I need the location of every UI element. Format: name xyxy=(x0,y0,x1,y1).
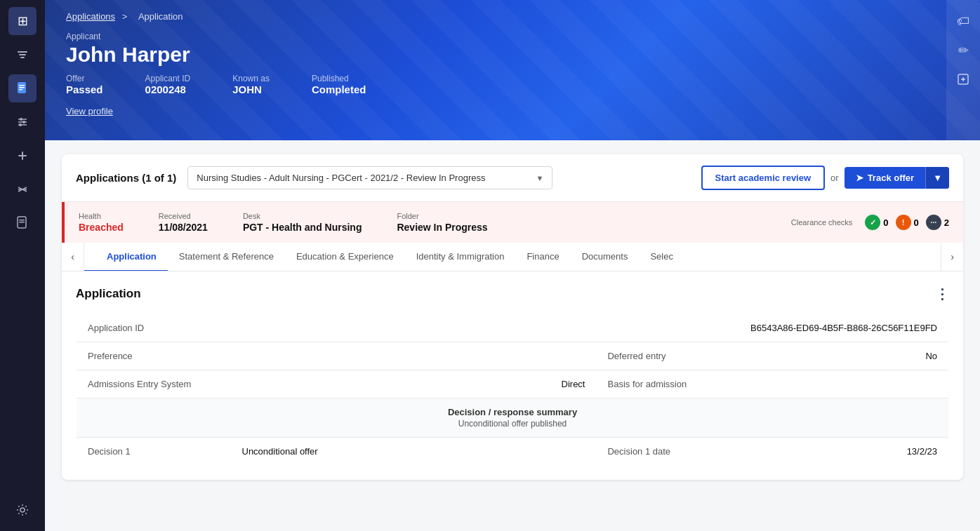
sidebar-icon-sliders[interactable] xyxy=(8,108,37,136)
svg-point-8 xyxy=(20,118,22,121)
status-row: Health Breached Received 11/08/2021 Desk… xyxy=(62,202,963,243)
clearance-label: Clearance checks xyxy=(791,218,852,227)
application-section: Application ⋮ Application ID B6543A86-ED… xyxy=(62,271,963,480)
offer-label: Offer xyxy=(66,74,103,83)
clearance-checks: Clearance checks ✓ 0 ! 0 ··· 2 xyxy=(791,215,949,230)
content-area: Applications (1 of 1) Nursing Studies - … xyxy=(45,140,980,531)
status-folder: Folder Review In Progress xyxy=(397,212,487,233)
sidebar-icon-document[interactable] xyxy=(8,74,37,102)
info-table: Application ID B6543A86-ED69-4B5F-B868-2… xyxy=(76,314,949,466)
clearance-more-icon: ··· xyxy=(926,215,941,230)
svg-point-19 xyxy=(20,508,25,512)
tab-application[interactable]: Application xyxy=(73,243,168,271)
app-id-label: Application ID xyxy=(77,314,231,342)
tab-scroll-left[interactable]: ‹ xyxy=(62,243,84,271)
sidebar-icon-grid[interactable]: ⊞ xyxy=(8,7,37,35)
tab-selec[interactable]: Selec xyxy=(639,243,684,271)
app-selector-dropdown[interactable]: Nursing Studies - Adult Nursing - PGCert… xyxy=(187,166,552,189)
view-profile-link[interactable]: View profile xyxy=(66,106,113,116)
preference-value xyxy=(231,342,597,370)
table-row-app-id: Application ID B6543A86-ED69-4B5F-B868-2… xyxy=(77,314,949,342)
app-id-value: B6543A86-ED69-4B5F-B868-26C56F11E9FD xyxy=(231,314,949,342)
meta-offer: Offer Passed xyxy=(66,74,103,95)
breadcrumb: Applications > Application xyxy=(66,11,959,22)
or-text: or xyxy=(830,173,839,183)
tab-identity[interactable]: Identity & Immigration xyxy=(405,243,516,271)
applications-card: Applications (1 of 1) Nursing Studies - … xyxy=(62,154,963,480)
track-offer-main[interactable]: ➤ Track offer xyxy=(845,167,925,189)
folder-value: Review In Progress xyxy=(397,222,487,233)
applicant-label: Applicant xyxy=(66,32,959,41)
admissions-label: Admissions Entry System xyxy=(77,370,231,398)
preference-label: Preference xyxy=(77,342,231,370)
svg-rect-6 xyxy=(19,89,22,90)
deferred-entry-label: Deferred entry xyxy=(596,342,750,370)
sidebar-icon-plus[interactable] xyxy=(8,142,37,170)
status-health: Health Breached xyxy=(79,212,124,233)
published-label: Published xyxy=(312,74,366,83)
clearance-badge-1: ✓ 0 xyxy=(865,215,888,230)
header-banner: Applications > Application Applicant Joh… xyxy=(45,0,980,140)
basis-value xyxy=(750,370,948,398)
desk-value: PGT - Health and Nursing xyxy=(243,222,362,233)
tab-documents[interactable]: Documents xyxy=(571,243,640,271)
actions-area: Start academic review or ➤ Track offer ▼ xyxy=(701,166,950,190)
known-as-value: JOHN xyxy=(232,83,270,95)
svg-rect-2 xyxy=(20,57,25,58)
sidebar-icon-merge[interactable] xyxy=(8,175,37,203)
clearance-badge-2: ! 0 xyxy=(896,215,919,230)
tab-education[interactable]: Education & Experience xyxy=(285,243,405,271)
apps-title: Applications (1 of 1) xyxy=(76,172,176,184)
decision-summary-sub: Unconditional offer published xyxy=(88,419,937,429)
received-label: Received xyxy=(159,212,208,220)
breadcrumb-applications-link[interactable]: Applications xyxy=(66,11,115,22)
header-meta: Offer Passed Applicant ID 0200248 Known … xyxy=(66,74,959,95)
meta-published: Published Completed xyxy=(312,74,366,95)
received-value: 11/08/2021 xyxy=(159,222,208,233)
decision1-value: Unconditional offer xyxy=(231,438,597,466)
tab-scroll-right[interactable]: › xyxy=(941,243,963,271)
svg-rect-0 xyxy=(18,51,27,53)
basis-label: Basis for admission xyxy=(596,370,750,398)
section-header: Application ⋮ xyxy=(76,285,949,302)
applicant-name: John Harper xyxy=(66,43,959,67)
clearance-check-icon-1: ✓ xyxy=(865,215,880,230)
svg-point-12 xyxy=(19,123,22,126)
tab-finance[interactable]: Finance xyxy=(515,243,570,271)
clearance-alert-icon: ! xyxy=(896,215,911,230)
svg-rect-18 xyxy=(19,222,25,223)
meta-known-as: Known as JOHN xyxy=(232,74,270,95)
tab-statement[interactable]: Statement & Reference xyxy=(168,243,285,271)
tabs: ‹ Application Statement & Reference Educ… xyxy=(62,243,963,271)
track-offer-dropdown-arrow[interactable]: ▼ xyxy=(925,167,949,189)
svg-rect-14 xyxy=(18,155,27,156)
section-title: Application xyxy=(76,287,141,301)
known-as-label: Known as xyxy=(232,74,270,83)
published-value: Completed xyxy=(312,83,366,95)
svg-point-10 xyxy=(22,121,25,123)
svg-rect-1 xyxy=(19,54,26,55)
sidebar-icon-settings[interactable] xyxy=(8,496,37,524)
clearance-count-1: 0 xyxy=(883,217,888,228)
status-desk: Desk PGT - Health and Nursing xyxy=(243,212,362,233)
apps-header: Applications (1 of 1) Nursing Studies - … xyxy=(62,154,963,202)
sidebar-icon-filter[interactable] xyxy=(8,41,37,69)
clearance-count-3: 2 xyxy=(944,217,949,228)
clearance-count-2: 0 xyxy=(914,217,919,228)
track-offer-button[interactable]: ➤ Track offer ▼ xyxy=(845,167,949,189)
table-row-admissions: Admissions Entry System Direct Basis for… xyxy=(77,370,949,398)
breadcrumb-separator: > xyxy=(122,11,128,22)
start-academic-review-button[interactable]: Start academic review xyxy=(701,166,826,190)
section-menu-button[interactable]: ⋮ xyxy=(935,285,949,302)
decision1-label: Decision 1 xyxy=(77,438,231,466)
main-content: Applications > Application Applicant Joh… xyxy=(45,0,980,531)
decision1-date-label: Decision 1 date xyxy=(596,438,750,466)
applicant-id-value: 0200248 xyxy=(145,83,191,95)
svg-rect-4 xyxy=(19,85,25,86)
track-offer-label: Track offer xyxy=(868,173,914,183)
health-label: Health xyxy=(79,212,124,220)
sidebar: ⊞ xyxy=(0,0,45,531)
sidebar-icon-doc2[interactable] xyxy=(8,209,37,237)
breadcrumb-current: Application xyxy=(138,11,183,22)
edit-icon[interactable]: ✏ xyxy=(958,43,969,58)
